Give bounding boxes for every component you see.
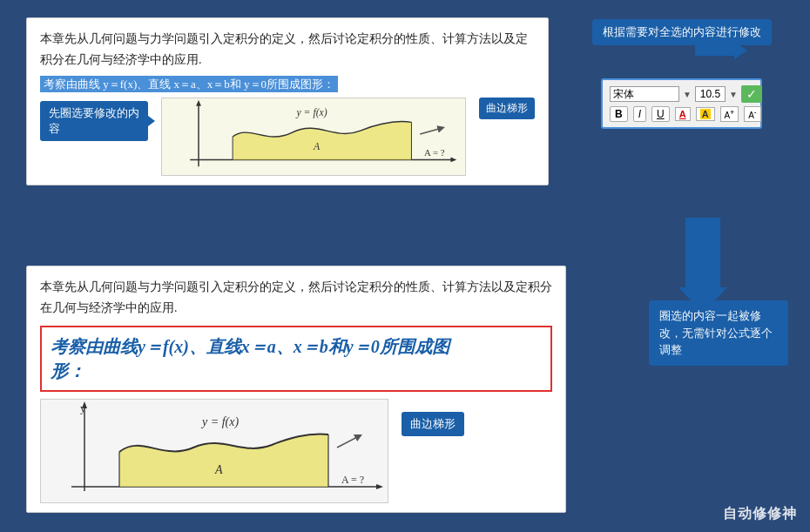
bottom-graph-box: y y = f(x) A A = ? [40,399,388,503]
svg-marker-3 [450,157,456,162]
underline-button[interactable]: U [651,106,670,122]
curved-trapezoid-label-top: 曲边梯形 [479,98,535,119]
apply-button[interactable]: ✓ [741,85,762,103]
svg-text:A = ?: A = ? [341,474,364,486]
svg-line-9 [420,128,441,134]
formula-text: 考察由曲线y＝f(x)、直线x＝a、x＝b和y＝0所围成图 [51,334,542,359]
svg-text:A: A [214,463,223,476]
svg-text:A = ?: A = ? [424,147,445,158]
size-shrink-button[interactable]: A- [744,106,760,122]
svg-marker-14 [376,484,383,489]
big-down-arrow [678,218,727,313]
font-dropdown-arrow[interactable]: ▼ [683,90,692,99]
toolbar-row1: ▼ ▼ ✓ [610,85,753,103]
bottom-graph-svg: y y = f(x) A A = ? [41,400,389,504]
font-color-button[interactable]: A [675,107,691,121]
formula-text-2: 形： [51,359,542,383]
svg-marker-1 [196,100,201,106]
toolbar-row2: B I U A A A+ A- [610,106,753,122]
size-grow-button[interactable]: A+ [720,106,739,122]
select-hint-bubble: 先圈选要修改的内容 [40,101,148,141]
toolbar-panel: ▼ ▼ ✓ B I U A A A+ A- [601,78,762,129]
hint-to-toolbar-arrow [695,42,747,59]
svg-text:y = f(x): y = f(x) [295,106,327,118]
top-panel: 本章先从几何问题与力学问题引入定积分的定义，然后讨论定积分的性质、计算方法以及定… [26,17,549,185]
svg-text:y: y [80,401,86,414]
font-size-input[interactable] [695,86,726,102]
watermark: 自动修修神 [723,505,797,523]
bold-button[interactable]: B [610,106,628,122]
svg-text:A: A [313,140,321,152]
font-name-input[interactable] [610,86,679,102]
formula-box: 考察由曲线y＝f(x)、直线x＝a、x＝b和y＝0所围成图 形： [40,326,552,392]
bottom-panel: 本章先从几何问题与力学问题引入定积分的定义，然后讨论定积分的性质、计算方法以及定… [26,266,566,513]
top-panel-intro: 本章先从几何问题与力学问题引入定积分的定义，然后讨论定积分的性质、计算方法以及定… [40,29,535,71]
svg-text:y = f(x): y = f(x) [200,415,239,429]
font-highlight-button[interactable]: A [696,107,715,121]
bottom-panel-intro: 本章先从几何问题与力学问题引入定积分的定义，然后讨论定积分的性质、计算方法以及定… [40,277,552,319]
svg-line-20 [337,436,359,448]
main-container: 本章先从几何问题与力学问题引入定积分的定义，然后讨论定积分的性质、计算方法以及定… [0,0,810,532]
size-dropdown-arrow[interactable]: ▼ [729,90,738,99]
curved-trapezoid-label-bottom: 曲边梯形 [402,412,464,436]
italic-button[interactable]: I [633,106,646,122]
bottom-right-bubble: 圈选的内容一起被修改，无需针对公式逐个调整 [649,300,788,366]
bottom-graph-area: y y = f(x) A A = ? [40,399,545,503]
highlighted-line: 考察由曲线 y＝f(x)、直线 x＝a、x＝b和 y＝0所围成图形： [40,76,338,92]
top-graph-svg: y = f(x) A A = ? [162,98,465,175]
